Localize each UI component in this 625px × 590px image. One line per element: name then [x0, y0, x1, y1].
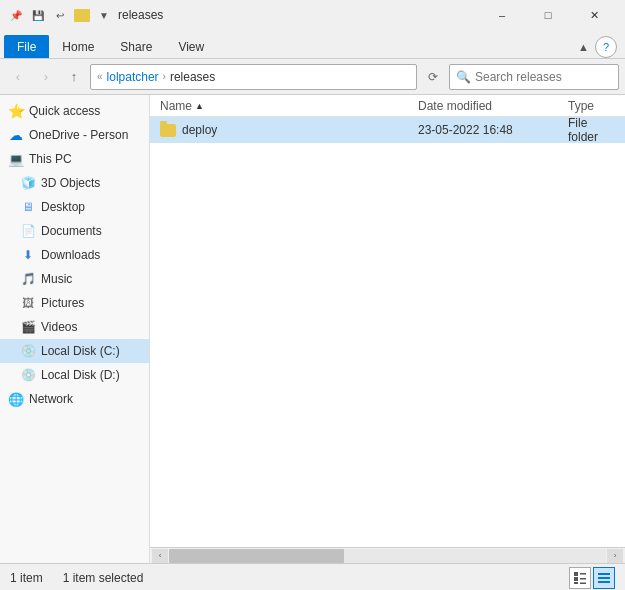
cloud-icon: ☁: [8, 127, 24, 143]
breadcrumb-separator: ›: [163, 71, 166, 82]
forward-button[interactable]: ›: [34, 65, 58, 89]
title-dropdown-arrow[interactable]: ▼: [96, 7, 112, 23]
view-toggle: [569, 567, 615, 589]
search-box[interactable]: 🔍: [449, 64, 619, 90]
up-button[interactable]: ↑: [62, 65, 86, 89]
desktop-icon: 🖥: [20, 199, 36, 215]
sidebar-label-network: Network: [29, 392, 73, 406]
address-box[interactable]: « lolpatcher › releases: [90, 64, 417, 90]
scrollbar-track[interactable]: [169, 549, 606, 563]
address-bar: ‹ › ↑ « lolpatcher › releases ⟳ 🔍: [0, 59, 625, 95]
sidebar-label-3d-objects: 3D Objects: [41, 176, 100, 190]
horizontal-scrollbar[interactable]: ‹ ›: [150, 547, 625, 563]
maximize-button[interactable]: □: [525, 0, 571, 30]
status-bar: 1 item 1 item selected: [0, 563, 625, 590]
sidebar: ⭐ Quick access ☁ OneDrive - Person 💻 Thi…: [0, 95, 150, 563]
column-header: Name ▲ Date modified Type: [150, 95, 625, 117]
breadcrumb-current: releases: [170, 70, 215, 84]
sidebar-item-desktop[interactable]: 🖥 Desktop: [0, 195, 149, 219]
back-button[interactable]: ‹: [6, 65, 30, 89]
col-type-header[interactable]: Type: [560, 99, 625, 113]
file-area: Name ▲ Date modified Type deploy 23-05-2…: [150, 95, 625, 563]
sidebar-item-videos[interactable]: 🎬 Videos: [0, 315, 149, 339]
sidebar-label-downloads: Downloads: [41, 248, 100, 262]
docs-icon: 📄: [20, 223, 36, 239]
sidebar-label-local-c: Local Disk (C:): [41, 344, 120, 358]
ribbon-expand-btn[interactable]: ▲: [578, 41, 589, 53]
scrollbar-thumb[interactable]: [169, 549, 344, 563]
cube-icon: 🧊: [20, 175, 36, 191]
scroll-right-button[interactable]: ›: [607, 549, 623, 563]
ribbon: File Home Share View ▲ ?: [0, 30, 625, 59]
col-date-header[interactable]: Date modified: [410, 99, 560, 113]
file-list: deploy 23-05-2022 16:48 File folder: [150, 117, 625, 547]
videos-icon: 🎬: [20, 319, 36, 335]
tab-file[interactable]: File: [4, 35, 49, 58]
title-icon-undo: ↩: [52, 7, 68, 23]
star-icon: ⭐: [8, 103, 24, 119]
minimize-button[interactable]: –: [479, 0, 525, 30]
sidebar-label-quick-access: Quick access: [29, 104, 100, 118]
sort-arrow: ▲: [195, 101, 204, 111]
refresh-button[interactable]: ⟳: [421, 64, 445, 90]
title-icon-save: 💾: [30, 7, 46, 23]
sidebar-label-this-pc: This PC: [29, 152, 72, 166]
sidebar-item-onedrive[interactable]: ☁ OneDrive - Person: [0, 123, 149, 147]
sidebar-item-this-pc[interactable]: 💻 This PC: [0, 147, 149, 171]
title-icon-pin: 📌: [8, 7, 24, 23]
sidebar-label-desktop: Desktop: [41, 200, 85, 214]
tab-share[interactable]: Share: [107, 35, 165, 58]
svg-rect-0: [574, 572, 578, 576]
drive-d-icon: 💿: [20, 367, 36, 383]
window-controls: – □ ✕: [479, 0, 617, 30]
svg-rect-5: [580, 582, 586, 584]
search-input[interactable]: [475, 70, 625, 84]
svg-rect-8: [598, 581, 610, 583]
col-name-header[interactable]: Name ▲: [150, 99, 410, 113]
sidebar-label-local-d: Local Disk (D:): [41, 368, 120, 382]
sidebar-item-local-d[interactable]: 💿 Local Disk (D:): [0, 363, 149, 387]
pictures-icon: 🖼: [20, 295, 36, 311]
list-view-button[interactable]: [593, 567, 615, 589]
item-count: 1 item: [10, 571, 43, 585]
sidebar-item-music[interactable]: 🎵 Music: [0, 267, 149, 291]
window-title: releases: [118, 8, 473, 22]
search-icon: 🔍: [456, 70, 471, 84]
tab-home[interactable]: Home: [49, 35, 107, 58]
sidebar-item-quick-access[interactable]: ⭐ Quick access: [0, 99, 149, 123]
download-icon: ⬇: [20, 247, 36, 263]
sidebar-item-documents[interactable]: 📄 Documents: [0, 219, 149, 243]
scroll-left-button[interactable]: ‹: [152, 549, 168, 563]
selected-count: 1 item selected: [63, 571, 144, 585]
list-view-icon: [597, 571, 611, 585]
sidebar-item-downloads[interactable]: ⬇ Downloads: [0, 243, 149, 267]
title-bar: 📌 💾 ↩ ▼ releases – □ ✕: [0, 0, 625, 30]
svg-rect-3: [580, 578, 586, 580]
svg-rect-6: [598, 573, 610, 575]
breadcrumb-lolpatcher[interactable]: lolpatcher: [107, 70, 159, 84]
file-type-cell: File folder: [560, 117, 625, 144]
tab-view[interactable]: View: [165, 35, 217, 58]
sidebar-item-local-c[interactable]: 💿 Local Disk (C:): [0, 339, 149, 363]
file-row-deploy[interactable]: deploy 23-05-2022 16:48 File folder: [150, 117, 625, 143]
file-name: deploy: [182, 123, 217, 137]
main-area: ⭐ Quick access ☁ OneDrive - Person 💻 Thi…: [0, 95, 625, 563]
details-view-button[interactable]: [569, 567, 591, 589]
ribbon-tabs: File Home Share View ▲ ?: [0, 30, 625, 58]
sidebar-item-network[interactable]: 🌐 Network: [0, 387, 149, 411]
sidebar-label-pictures: Pictures: [41, 296, 84, 310]
sidebar-label-videos: Videos: [41, 320, 77, 334]
music-icon: 🎵: [20, 271, 36, 287]
close-button[interactable]: ✕: [571, 0, 617, 30]
sidebar-label-onedrive: OneDrive - Person: [29, 128, 128, 142]
breadcrumb-double-arrow: «: [97, 71, 103, 82]
network-icon: 🌐: [8, 391, 24, 407]
title-folder-icon: [74, 9, 90, 22]
svg-rect-2: [574, 577, 578, 581]
file-name-cell: deploy: [150, 123, 410, 137]
help-button[interactable]: ?: [595, 36, 617, 58]
sidebar-item-pictures[interactable]: 🖼 Pictures: [0, 291, 149, 315]
file-date-cell: 23-05-2022 16:48: [410, 123, 560, 137]
sidebar-item-3d-objects[interactable]: 🧊 3D Objects: [0, 171, 149, 195]
pc-icon: 💻: [8, 151, 24, 167]
